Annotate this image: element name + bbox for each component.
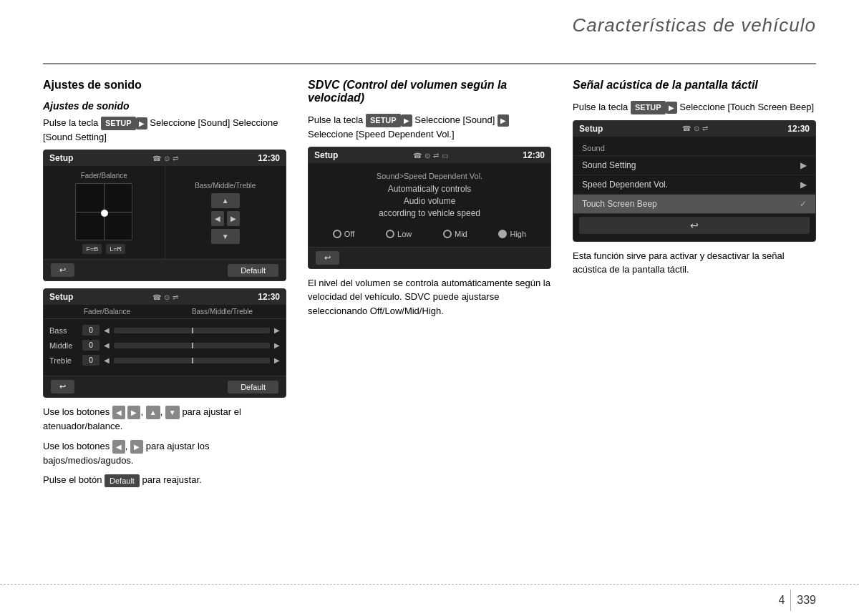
col1-screen1-back[interactable]: ↩ [51,263,74,277]
signal-icon: ⊙ [164,155,170,162]
col2-screen-footer: ↩ [309,247,550,268]
middle-label: Middle [49,341,78,350]
sound-menu-item1[interactable]: Sound Setting ▶ [573,156,815,175]
col2-screen-back[interactable]: ↩ [316,251,339,265]
default-btn-label[interactable]: Default [105,474,140,488]
option-off[interactable]: Off [333,230,354,238]
option-off-label: Off [344,230,354,238]
arrow-controls: ▲ ◀ ▶ ▼ [211,193,240,244]
option-high[interactable]: High [498,230,526,238]
right-icon-btn[interactable]: ▶ [127,406,140,419]
col3-screen: Setup ☎ ⊙ ⇌ 12:30 Sound Sound Setting ▶ … [573,120,816,242]
col3-screen-back[interactable]: ↩ [690,220,699,231]
footer-divider [790,590,791,611]
col1-screen2-header: Setup ☎ ⊙ ⇌ 12:30 [44,289,286,305]
fb-label2: L=R [106,244,125,254]
col2-footer: El nivel del volumen se controla automát… [308,276,551,318]
col3-screen-icons: ☎ ⊙ ⇌ [682,124,708,132]
treble-row: Treble 0 ◀ ▶ [49,355,280,366]
down-icon-btn[interactable]: ▼ [165,406,180,419]
option-mid[interactable]: Mid [443,230,467,238]
col1-footer-text5: Pulse el botón [43,474,102,485]
treble-track[interactable] [114,358,270,363]
col1-screen1-default[interactable]: Default [228,264,278,277]
col1-subtitle: Ajustes de sonido [43,100,286,112]
col1-screen2-icons: ☎ ⊙ ⇌ [152,293,178,301]
right-icon-btn2[interactable]: ▶ [130,440,143,454]
fader-area[interactable] [75,183,132,240]
fb-label1: F=B [82,244,102,254]
lr-btns: ◀ ▶ [211,211,240,226]
bass-left-arrow[interactable]: ◀ [104,326,110,334]
col1-screen1-header: Setup ☎ ⊙ ⇌ 12:30 [44,150,286,166]
sound-menu-item2[interactable]: Speed Dependent Vol. ▶ [573,175,815,195]
treble-right-arrow[interactable]: ▶ [274,356,280,364]
up-btn[interactable]: ▲ [211,193,240,208]
col3-screen-body: Sound Sound Setting ▶ Speed Dependent Vo… [573,137,815,241]
col3-screen-back-btn[interactable]: ↩ [579,217,810,234]
col1-screen1-body: Fader/Balance F=B L=R Bass/Middle/Treble… [44,166,286,259]
fader-dot [101,210,108,217]
col2-screen-header: Setup ☎ ⊙ ⇌ ▭ 12:30 [309,147,550,163]
col1-footer-text: Use los botones ◀ ▶, ▲, ▼ para ajustar e… [43,405,286,434]
left-btn[interactable]: ◀ [211,211,224,226]
sound-item1-arrow: ▶ [800,160,807,170]
footer: 4 339 [0,584,859,616]
col1-screen2-col-right: Bass/Middle/Treble [165,308,280,316]
col1-screen2-col-left: Fader/Balance [49,308,165,316]
bass-track[interactable] [114,328,270,333]
option-low[interactable]: Low [386,230,412,238]
col2-screen-subtitle: Sound>Speed Dependent Vol. [317,172,542,180]
col1-screen2-default[interactable]: Default [228,381,278,393]
bluetooth-icon2: ☎ [152,293,161,301]
col2-body3: Seleccione [Speed Dependent Vol.] [308,129,455,140]
col3: Señal acústica de la pantalla táctil Pul… [573,64,816,584]
left-icon-btn2[interactable]: ◀ [112,440,125,454]
radio-high[interactable] [498,230,507,238]
usb-icon3: ⇌ [433,152,439,160]
col1-screen2-back[interactable]: ↩ [51,380,74,393]
col1-footer-text2: Use los botones ◀, ▶ para ajustar los ba… [43,439,286,468]
col1-setup-btn[interactable]: SETUP [101,117,136,130]
col1-screen1-icons: ☎ ⊙ ⇌ [152,155,178,162]
sound-item3-label: Touch Screen Beep [582,199,657,209]
col2-screen-title: Setup [314,150,338,160]
col3-setup-btn[interactable]: SETUP [631,101,666,114]
sound-item2-arrow: ▶ [800,180,807,190]
main-content: Ajustes de sonido Ajustes de sonido Puls… [43,64,816,584]
right-btn[interactable]: ▶ [227,211,240,226]
up-icon-btn[interactable]: ▲ [146,406,160,419]
col1-body1: Pulse la tecla SETUP▶ Seleccione [Sound]… [43,116,286,144]
col2-desc2: Audio volume [317,195,542,207]
col2-screen: Setup ☎ ⊙ ⇌ ▭ 12:30 Sound>Speed Dependen… [308,147,551,268]
middle-track[interactable] [114,343,270,348]
radio-off[interactable] [333,230,341,238]
radio-low[interactable] [386,230,394,238]
col2-desc3: according to vehicle speed [317,207,542,220]
col2-screen-options: Off Low Mid High [317,230,542,238]
col1: Ajustes de sonido Ajustes de sonido Puls… [43,64,286,584]
col1-footer-text3: Pulse el botón Default para reajustar. [43,473,286,487]
col2-setup-btn[interactable]: SETUP [366,114,401,127]
bluetooth-icon: ☎ [152,155,161,162]
middle-row: Middle 0 ◀ ▶ [49,340,280,351]
col3-screen-time: 12:30 [787,124,810,134]
col2-title: SDVC (Control del volumen según la veloc… [308,79,551,104]
col1-title: Ajustes de sonido [43,79,286,92]
down-btn[interactable]: ▼ [211,229,240,244]
radio-mid[interactable] [443,230,452,238]
col2-body: Pulse la tecla SETUP▶ Seleccione [Sound]… [308,113,551,141]
middle-left-arrow[interactable]: ◀ [104,341,110,349]
middle-right-arrow[interactable]: ▶ [274,341,280,349]
col2-arrow1: ▶ [401,114,412,127]
col1-screen2: Setup ☎ ⊙ ⇌ 12:30 Fader/Balance Bass/Mid… [43,288,286,398]
bass-right-arrow[interactable]: ▶ [274,326,280,334]
treble-left-arrow[interactable]: ◀ [104,356,110,364]
col1-screen2-time: 12:30 [258,292,280,302]
left-icon-btn[interactable]: ◀ [112,406,125,419]
option-high-label: High [510,230,526,238]
bluetooth-icon4: ☎ [682,124,691,132]
sound-menu-item3[interactable]: Touch Screen Beep ✓ [573,195,815,214]
col2-screen-time: 12:30 [523,150,545,160]
col3-body1: Pulse la tecla [573,102,628,112]
